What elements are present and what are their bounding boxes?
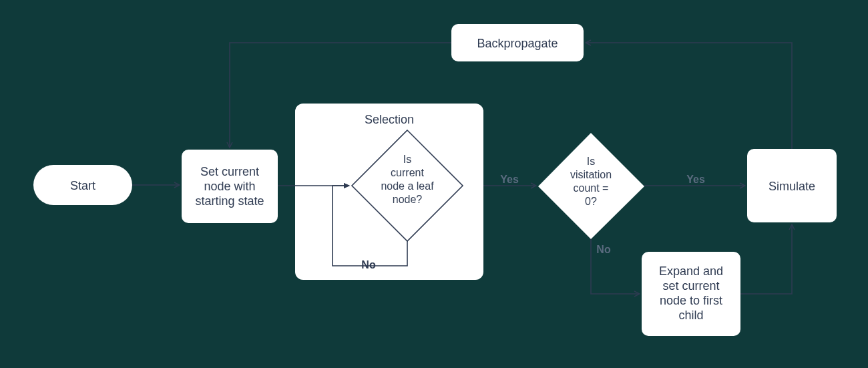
- simulate-node: Simulate: [747, 149, 837, 222]
- svg-text:node to first: node to first: [660, 294, 722, 307]
- start-node: Start: [33, 165, 132, 205]
- simulate-label: Simulate: [769, 180, 815, 193]
- svg-text:Is: Is: [403, 154, 411, 165]
- edge-label-no-visit: No: [596, 244, 611, 255]
- flowchart: Start Set current node with starting sta…: [0, 0, 868, 368]
- edge-label-yes-1: Yes: [500, 174, 519, 185]
- svg-text:visitation: visitation: [570, 169, 612, 180]
- svg-text:count =: count =: [574, 182, 609, 194]
- edge-expand-to-simulate: [740, 225, 792, 294]
- svg-text:node with: node with: [204, 180, 255, 193]
- svg-text:node?: node?: [393, 194, 423, 205]
- set-current-node: Set current node with starting state: [182, 150, 278, 223]
- svg-text:set current: set current: [662, 279, 719, 293]
- visitation-count-decision: Is visitation count = 0?: [538, 133, 644, 239]
- svg-text:current: current: [391, 167, 424, 178]
- start-label: Start: [70, 179, 95, 192]
- svg-text:0?: 0?: [585, 196, 597, 207]
- edge-label-yes-2: Yes: [686, 174, 705, 185]
- edge-simulate-to-backprop: [586, 43, 792, 149]
- edge-label-no-leaf: No: [361, 259, 376, 270]
- selection-title: Selection: [365, 113, 414, 126]
- svg-text:Set current: Set current: [200, 165, 259, 178]
- svg-text:node a leaf: node a leaf: [381, 180, 434, 192]
- svg-text:Expand and: Expand and: [659, 264, 723, 278]
- svg-text:child: child: [678, 309, 703, 322]
- backpropagate-label: Backpropagate: [477, 37, 558, 50]
- expand-node: Expand and set current node to first chi…: [642, 252, 740, 336]
- svg-text:starting state: starting state: [195, 194, 264, 208]
- svg-text:Is: Is: [587, 156, 595, 167]
- backpropagate-node: Backpropagate: [451, 24, 584, 61]
- selection-container: Selection Is current node a leaf node? N…: [295, 104, 483, 280]
